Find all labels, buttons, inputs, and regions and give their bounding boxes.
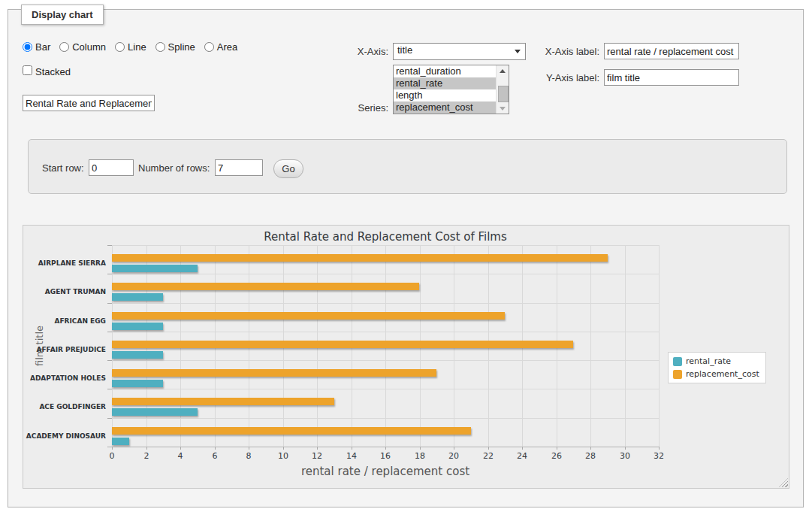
series-option[interactable]: length: [394, 89, 496, 101]
start-row-input[interactable]: [89, 159, 134, 176]
xaxis-select[interactable]: title: [393, 43, 526, 60]
x-tick-label: 22: [477, 451, 500, 461]
legend-swatch-replacement_cost: [673, 370, 682, 379]
x-tick-label: 0: [101, 451, 123, 461]
gridline-y: [112, 418, 659, 419]
x-tick-label: 30: [614, 451, 636, 461]
y-tick: [107, 418, 112, 419]
bar-replacement_cost: [112, 341, 573, 348]
x-tick-label: 16: [374, 451, 397, 461]
chart-xaxis-title: rental rate / replacement cost: [112, 465, 659, 478]
gridline-y: [112, 332, 659, 332]
bar-replacement_cost: [112, 283, 419, 290]
bar-replacement_cost: [112, 369, 436, 377]
gridline-x: [659, 245, 660, 447]
gridline-x: [625, 245, 626, 447]
page: Display chart Bar Column Line Spline Are…: [0, 0, 812, 512]
bar-rental_rate: [112, 323, 163, 330]
category-label: AFFAIR PREJUDICE: [25, 345, 106, 354]
series-field-label: Series:: [300, 102, 388, 114]
chart-legend: rental_ratereplacement_cost: [668, 352, 766, 383]
category-label: ACE GOLDFINGER: [25, 402, 106, 411]
scrollbar[interactable]: [496, 65, 509, 114]
x-tick-label: 28: [579, 451, 602, 461]
gridline-y: [112, 389, 659, 389]
gridline-y: [112, 274, 659, 274]
yaxis-label-input[interactable]: [604, 69, 739, 86]
radio-column-input[interactable]: [59, 42, 69, 52]
stacked-row: Stacked: [23, 65, 71, 77]
resize-handle-icon[interactable]: [779, 478, 788, 487]
gridline-x: [590, 245, 591, 447]
stacked-checkbox-label[interactable]: Stacked: [23, 65, 71, 77]
fieldset-title: Display chart: [21, 5, 104, 25]
chart-container: Rental Rate and Replacement Cost of Film…: [23, 225, 789, 489]
category-label: ACADEMY DINOSAUR: [25, 432, 106, 441]
scrollbar-thumb[interactable]: [498, 86, 509, 102]
gridline-y: [112, 303, 659, 304]
series-option-selected[interactable]: rental_rate: [394, 77, 496, 89]
category-label: ADAPTATION HOLES: [25, 374, 106, 383]
radio-column[interactable]: Column: [59, 41, 106, 53]
chart-title: Rental Rate and Replacement Cost of Film…: [112, 230, 659, 244]
go-button[interactable]: Go: [273, 159, 303, 178]
x-tick-label: 18: [409, 451, 431, 461]
num-rows-label: Number of rows:: [138, 162, 210, 174]
category-label: AFRICAN EGG: [25, 317, 106, 326]
gridline-y: [112, 360, 659, 361]
plot-area: [112, 245, 659, 447]
y-tick: [107, 332, 112, 332]
scroll-down-icon[interactable]: [497, 103, 509, 114]
legend-label: rental_rate: [686, 356, 731, 366]
yaxis-label-field-label: Y-Axis label:: [511, 72, 599, 83]
radio-area-input[interactable]: [204, 42, 214, 52]
x-tick-label: 8: [237, 451, 260, 461]
x-tick-label: 14: [340, 451, 363, 461]
legend-item-replacement_cost[interactable]: replacement_cost: [673, 369, 759, 379]
bar-rental_rate: [112, 380, 163, 387]
xaxis-label-field-label: X-Axis label:: [511, 46, 599, 57]
y-tick: [107, 360, 112, 361]
bar-rental_rate: [112, 408, 198, 416]
y-tick: [107, 274, 112, 274]
bar-rental_rate: [112, 293, 163, 301]
x-tick-label: 4: [169, 451, 192, 461]
xaxis-label-input[interactable]: [604, 43, 739, 59]
series-option-selected[interactable]: replacement_cost: [394, 101, 496, 114]
scroll-up-icon[interactable]: [497, 65, 509, 76]
x-tick: [659, 447, 660, 450]
xaxis-field-label: X-Axis:: [300, 46, 388, 57]
bar-replacement_cost: [112, 312, 505, 320]
x-tick-label: 12: [306, 451, 328, 461]
radio-spline[interactable]: Spline: [155, 41, 195, 53]
bar-replacement_cost: [112, 254, 608, 262]
category-label: AIRPLANE SIERRA: [25, 259, 106, 268]
y-tick: [107, 303, 112, 304]
chart-type-radio-group: Bar Column Line Spline Area: [23, 41, 245, 53]
series-option[interactable]: rental_duration: [394, 65, 496, 77]
x-tick-label: 20: [442, 451, 465, 461]
x-tick-label: 26: [545, 451, 568, 461]
radio-bar-input[interactable]: [23, 42, 32, 52]
radio-spline-input[interactable]: [155, 42, 165, 52]
legend-item-rental_rate[interactable]: rental_rate: [673, 356, 759, 366]
radio-bar[interactable]: Bar: [23, 41, 50, 53]
radio-line-input[interactable]: [115, 42, 125, 52]
y-tick: [107, 389, 112, 389]
chart-title-input[interactable]: [23, 95, 155, 111]
legend-label: replacement_cost: [686, 369, 759, 379]
y-tick: [107, 245, 112, 246]
series-multiselect[interactable]: rental_duration rental_rate length repla…: [393, 65, 509, 114]
legend-swatch-rental_rate: [673, 357, 682, 366]
x-tick-label: 10: [272, 451, 294, 461]
category-label: AGENT TRUMAN: [25, 287, 106, 296]
stacked-checkbox[interactable]: [23, 65, 32, 75]
radio-area[interactable]: Area: [204, 41, 237, 53]
x-tick-label: 24: [511, 451, 533, 461]
num-rows-input[interactable]: [215, 159, 263, 176]
x-tick-label: 2: [135, 451, 158, 461]
bar-replacement_cost: [112, 398, 334, 405]
radio-line[interactable]: Line: [115, 41, 146, 53]
xaxis-select-value: title: [397, 44, 412, 56]
start-row-label: Start row:: [42, 162, 84, 174]
